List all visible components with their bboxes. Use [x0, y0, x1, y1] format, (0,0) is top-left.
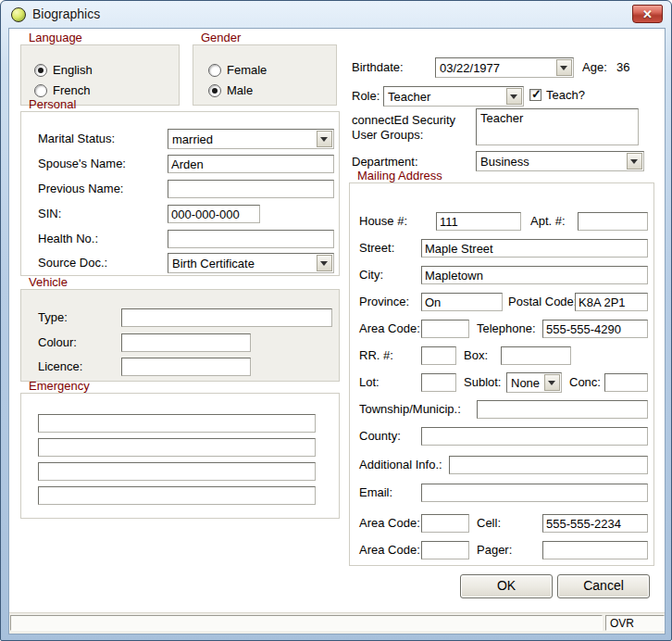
health-no-label: Health No.: — [38, 232, 98, 245]
app-icon — [11, 7, 26, 22]
area-code-label-1: Area Code: — [359, 321, 420, 335]
ok-button[interactable]: OK — [460, 574, 553, 598]
emergency-group-label: Emergency — [29, 379, 90, 393]
personal-group-label: Personal — [29, 97, 76, 111]
age-label: Age: — [582, 60, 607, 74]
sublot-label: Sublot: — [464, 375, 501, 389]
gender-group: Gender Female Male — [193, 44, 337, 106]
area-code-input-1[interactable] — [421, 320, 469, 338]
cell-input[interactable] — [542, 514, 648, 533]
vehicle-licence-input[interactable] — [121, 358, 251, 376]
cell-label: Cell: — [477, 516, 501, 530]
dropdown-arrow-icon — [627, 153, 642, 170]
emergency-contact-input-1[interactable] — [38, 414, 316, 433]
radio-french[interactable] — [34, 84, 47, 97]
province-label: Province: — [359, 295, 409, 308]
cancel-button[interactable]: Cancel — [557, 574, 650, 598]
email-input[interactable] — [421, 484, 648, 502]
mailing-address-group-label: Mailing Address — [357, 169, 442, 182]
department-label: Department: — [352, 155, 418, 169]
source-doc-select[interactable]: Birth Certificate — [168, 253, 334, 273]
rr-label: RR. #: — [359, 348, 393, 362]
house-input[interactable] — [436, 212, 521, 231]
emergency-contact-input-2[interactable] — [38, 438, 316, 457]
sin-label: SIN: — [38, 207, 61, 220]
area-code-label-3: Area Code: — [359, 543, 420, 557]
postal-code-input[interactable] — [575, 293, 648, 311]
vehicle-group-label: Vehicle — [29, 275, 68, 289]
area-code-input-2[interactable] — [421, 514, 469, 533]
radio-female-label: Female — [227, 63, 267, 77]
emergency-contact-input-4[interactable] — [38, 486, 316, 505]
role-label: Role: — [352, 89, 380, 103]
radio-english-label: English — [53, 63, 93, 77]
dropdown-arrow-icon — [506, 88, 522, 105]
township-label: Township/Municip.: — [359, 402, 461, 416]
emergency-contact-input-3[interactable] — [38, 462, 316, 481]
additional-info-input[interactable] — [449, 456, 648, 474]
street-input[interactable] — [421, 239, 648, 258]
radio-male-label: Male — [227, 83, 253, 97]
dialog-body: Language English French Gender Female Ma… — [8, 28, 666, 635]
radio-female[interactable] — [208, 64, 221, 77]
province-input[interactable] — [421, 293, 503, 311]
vehicle-colour-input[interactable] — [121, 333, 251, 352]
window-title: Biographics — [32, 6, 100, 21]
lot-label: Lot: — [359, 375, 380, 389]
department-select[interactable]: Business — [476, 151, 644, 171]
conc-label: Conc: — [569, 375, 601, 389]
gender-group-label: Gender — [201, 31, 241, 44]
teach-checkbox[interactable] — [529, 89, 541, 101]
ovr-indicator: OVR — [605, 615, 665, 631]
emergency-group: Emergency — [20, 393, 340, 519]
county-input[interactable] — [421, 427, 648, 446]
postal-code-label: Postal Code: — [508, 295, 577, 308]
biographics-window: Biographics ✕ Language English French Ge… — [0, 0, 672, 641]
radio-english[interactable] — [34, 64, 47, 77]
security-groups-label-line1: connectEd Security — [352, 113, 455, 127]
birthdate-select[interactable]: 03/22/1977 — [435, 57, 574, 78]
apt-input[interactable] — [578, 212, 648, 231]
dropdown-arrow-icon — [317, 131, 332, 147]
statusbar: OVR — [9, 612, 665, 634]
dropdown-arrow-icon — [556, 59, 572, 76]
conc-input[interactable] — [604, 373, 648, 392]
lot-input[interactable] — [421, 373, 456, 392]
county-label: County: — [359, 429, 401, 443]
township-input[interactable] — [477, 400, 648, 419]
birthdate-label: Birthdate: — [352, 60, 404, 74]
street-label: Street: — [359, 241, 394, 255]
vehicle-group: Vehicle Type: Colour: Licence: — [20, 289, 340, 382]
security-groups-label-line2: User Groups: — [352, 128, 423, 142]
house-label: House #: — [359, 214, 407, 228]
area-code-input-3[interactable] — [421, 541, 469, 559]
health-no-input[interactable] — [168, 230, 334, 248]
previous-name-input[interactable] — [168, 180, 334, 198]
area-code-label-2: Area Code: — [359, 516, 420, 530]
spouse-name-input[interactable] — [168, 155, 334, 173]
sublot-select[interactable]: None — [506, 372, 562, 393]
close-button[interactable]: ✕ — [632, 5, 663, 23]
city-input[interactable] — [421, 266, 648, 284]
source-doc-label: Source Doc.: — [38, 256, 107, 270]
city-label: City: — [359, 268, 383, 282]
teach-label: Teach? — [546, 88, 585, 102]
pager-label: Pager: — [477, 543, 512, 557]
radio-french-label: French — [53, 83, 90, 97]
sin-input[interactable] — [168, 205, 260, 223]
role-select[interactable]: Teacher — [383, 86, 524, 107]
pager-input[interactable] — [542, 541, 648, 559]
vehicle-type-input[interactable] — [121, 308, 332, 327]
security-groups-textarea[interactable]: Teacher — [476, 108, 639, 145]
marital-status-select[interactable]: married — [168, 129, 334, 149]
close-icon: ✕ — [642, 7, 653, 21]
rr-input[interactable] — [421, 346, 456, 365]
telephone-input[interactable] — [542, 320, 648, 338]
language-group-label: Language — [29, 31, 82, 44]
additional-info-label: Additional Info.: — [359, 458, 442, 471]
radio-male[interactable] — [208, 84, 221, 97]
personal-group: Personal Marital Status: married Spouse'… — [20, 111, 340, 276]
marital-status-label: Marital Status: — [38, 132, 115, 145]
box-input[interactable] — [501, 346, 571, 365]
previous-name-label: Previous Name: — [38, 182, 123, 195]
